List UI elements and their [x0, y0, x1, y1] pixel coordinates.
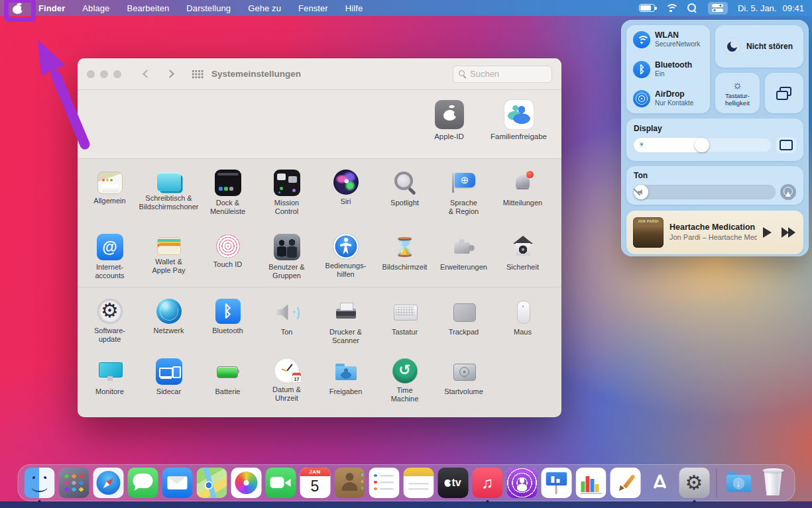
dock-notizen[interactable]: [403, 468, 434, 498]
menu-bearbeiten[interactable]: Bearbeiten: [127, 3, 169, 13]
pref-sicherheit[interactable]: Sicherheit: [493, 234, 552, 287]
dock-kalender[interactable]: JAN 5: [300, 468, 330, 498]
pref-drucker-scanner[interactable]: Drucker & Scanner: [316, 299, 375, 347]
airplay-audio-button[interactable]: [780, 184, 796, 200]
pref-internetaccounts[interactable]: Internet- accounts: [80, 234, 139, 287]
battery-icon[interactable]: [639, 4, 655, 12]
control-center-icon[interactable]: [708, 2, 728, 15]
annotation-highlight-box: [4, 0, 36, 22]
now-playing-card[interactable]: JON PARDI Heartache Medication Jon Pardi…: [626, 211, 803, 254]
pref-monitore[interactable]: Monitore: [80, 358, 139, 407]
pref-trackpad[interactable]: Trackpad: [434, 299, 493, 347]
forward-button[interactable]: [166, 70, 174, 78]
dock-fotos[interactable]: [231, 468, 261, 498]
dock-kontakte[interactable]: [334, 468, 365, 498]
spotlight-icon: [392, 170, 418, 196]
pref-freigaben[interactable]: Freigaben: [316, 358, 375, 407]
menu-finder[interactable]: Finder: [38, 3, 65, 13]
pref-allgemein[interactable]: Allgemein: [80, 170, 139, 223]
pref-dock-menueleiste[interactable]: Dock & Menüleiste: [198, 170, 257, 223]
pref-schreibtisch-bildschirmschoner[interactable]: Schreibtisch & Bildschirmschoner: [139, 170, 198, 223]
fast-forward-icon[interactable]: [782, 227, 795, 238]
language-region-icon: [451, 170, 477, 196]
display-label: Display: [634, 124, 796, 133]
screen-mirroring-button[interactable]: [765, 73, 803, 113]
wifi-icon[interactable]: [665, 3, 677, 13]
pref-startvolume[interactable]: Startvolume: [434, 358, 493, 407]
dock-mail[interactable]: [162, 468, 192, 498]
brightness-knob[interactable]: [695, 138, 709, 152]
cc-bluetooth-toggle[interactable]: Bluetooth Ein: [633, 61, 703, 78]
touch-id-icon: [216, 234, 240, 258]
spotlight-search-icon[interactable]: [687, 3, 698, 14]
trash-icon: [758, 468, 788, 498]
search-input[interactable]: [470, 69, 547, 79]
dock-launchpad[interactable]: [58, 468, 89, 498]
pref-batterie[interactable]: Batterie: [198, 358, 257, 407]
dock-facetime[interactable]: [265, 468, 296, 498]
menu-items: Finder Ablage Bearbeiten Darstellung Geh…: [38, 3, 363, 13]
dock-downloads[interactable]: [723, 468, 754, 498]
keyboard-brightness-icon: ☼: [732, 79, 743, 91]
pref-wallet-apple-pay[interactable]: Wallet & Apple Pay: [139, 234, 198, 287]
users-groups-icon: [274, 234, 300, 260]
dock-erinnerungen[interactable]: [369, 468, 399, 498]
display-settings-button[interactable]: [776, 137, 796, 153]
volume-knob-muted-speaker-icon[interactable]: [634, 185, 648, 199]
pref-netzwerk[interactable]: Netzwerk: [139, 299, 198, 347]
dock-karten[interactable]: [196, 468, 227, 498]
cc-airdrop-toggle[interactable]: AirDrop Nur Kontakte: [633, 90, 703, 107]
pref-apple-id[interactable]: Apple-ID: [414, 100, 484, 140]
dock-pages[interactable]: [610, 468, 640, 498]
dock-keynote[interactable]: [541, 468, 571, 498]
dock-finder[interactable]: [24, 468, 54, 498]
play-icon[interactable]: [763, 227, 772, 238]
dock-numbers[interactable]: [575, 468, 606, 498]
menu-darstellung[interactable]: Darstellung: [186, 3, 231, 13]
dock-safari[interactable]: [93, 468, 123, 498]
menu-bar-clock[interactable]: Di. 5. Jan. 09:41: [738, 3, 804, 13]
do-not-disturb-toggle[interactable]: Nicht stören: [715, 25, 803, 68]
pref-time-machine[interactable]: Time Machine: [375, 358, 434, 407]
menu-hilfe[interactable]: Hilfe: [345, 3, 363, 13]
pref-sprache-region[interactable]: Sprache & Region: [434, 170, 493, 223]
dock-apple-tv[interactable]: tv: [437, 468, 468, 498]
pref-bedienungshilfen[interactable]: Bedienungs- hilfen: [316, 234, 375, 287]
pref-benutzer-gruppen[interactable]: Benutzer & Gruppen: [257, 234, 316, 287]
show-all-grid-icon[interactable]: [192, 70, 203, 79]
volume-slider[interactable]: [634, 185, 776, 199]
pref-ton[interactable]: Ton: [257, 299, 316, 347]
menu-fenster[interactable]: Fenster: [298, 3, 328, 13]
menu-gehe-zu[interactable]: Gehe zu: [248, 3, 281, 13]
pref-bluetooth[interactable]: Bluetooth: [198, 299, 257, 347]
keyboard-brightness-button[interactable]: ☼ Tastatur- helligkeit: [715, 73, 760, 113]
dock-nachrichten[interactable]: [127, 468, 158, 498]
menu-ablage[interactable]: Ablage: [82, 3, 109, 13]
pref-familienfreigabe[interactable]: Familienfreigabe: [484, 100, 553, 140]
preferences-search-field[interactable]: [453, 66, 552, 83]
cc-wlan-toggle[interactable]: WLAN SecureNetwork: [633, 31, 703, 48]
display-brightness-slider[interactable]: ☀: [634, 138, 772, 152]
pref-mitteilungen[interactable]: Mitteilungen: [493, 170, 552, 223]
dock-musik[interactable]: [472, 468, 502, 498]
pref-spotlight[interactable]: Spotlight: [375, 170, 434, 223]
pref-datum-uhrzeit[interactable]: 17 Datum & Uhrzeit: [257, 358, 316, 407]
dock-papierkorb[interactable]: [758, 468, 788, 498]
desktop: Finder Ablage Bearbeiten Darstellung Geh…: [0, 0, 812, 508]
dock-podcasts[interactable]: [506, 468, 537, 498]
pref-erweiterungen[interactable]: Erweiterungen: [434, 234, 493, 287]
pref-tastatur[interactable]: Tastatur: [375, 299, 434, 347]
pref-siri[interactable]: Siri: [316, 170, 375, 223]
pref-mission-control[interactable]: Mission Control: [257, 170, 316, 223]
dock-systemeinstellungen[interactable]: [679, 468, 709, 498]
pref-softwareupdate[interactable]: Software- update: [80, 299, 139, 347]
dock-app-store[interactable]: [644, 468, 675, 498]
desktop-screensaver-icon: [157, 172, 181, 191]
pref-sidecar[interactable]: Sidecar: [139, 358, 198, 407]
back-button[interactable]: [143, 70, 151, 78]
sidecar-icon: [156, 358, 182, 385]
pref-maus[interactable]: Maus: [493, 299, 552, 347]
pref-bildschirmzeit[interactable]: Bildschirmzeit: [375, 234, 434, 287]
pref-touch-id[interactable]: Touch ID: [198, 234, 257, 287]
sound-label: Ton: [634, 171, 796, 180]
